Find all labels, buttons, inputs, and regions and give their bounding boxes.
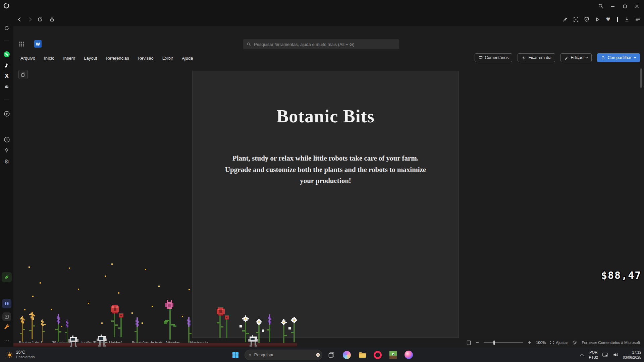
settings-gear-icon[interactable]: ⚙ <box>3 158 11 166</box>
window-maximize-button[interactable] <box>621 3 629 10</box>
word-search-box[interactable] <box>243 39 399 49</box>
menu-referencias[interactable]: Referências <box>106 56 129 61</box>
sun-icon <box>6 351 13 359</box>
editing-mode-button[interactable]: Edição <box>560 53 592 62</box>
menu-inserir[interactable]: Inserir <box>63 56 75 61</box>
colorful-sphere-app-icon[interactable] <box>402 349 415 361</box>
zoom-out-icon[interactable] <box>475 341 479 345</box>
opera-gx-icon[interactable] <box>371 349 384 361</box>
fit-page-label: Ajustar <box>556 341 568 345</box>
app-launcher-icon[interactable] <box>17 40 25 48</box>
pixel-game-icon[interactable] <box>387 349 399 361</box>
chevron-down-icon <box>634 57 636 59</box>
titlebar-search-icon[interactable] <box>597 3 604 10</box>
fit-page-icon <box>550 341 554 345</box>
catch-up-button[interactable]: Ficar em dia <box>518 53 555 62</box>
word-search-input[interactable] <box>254 42 396 47</box>
comments-button[interactable]: Comentários <box>475 53 513 62</box>
taskbar-search-input[interactable] <box>254 352 313 357</box>
history-clock-icon[interactable] <box>3 135 11 143</box>
screen: ♥ X <box>0 0 644 362</box>
menu-ajuda[interactable]: Ajuda <box>182 56 193 61</box>
shield-check-icon[interactable] <box>583 16 590 23</box>
menu-layout[interactable]: Layout <box>84 56 97 61</box>
fit-page-control[interactable]: Ajustar <box>550 341 568 345</box>
flow-play-icon[interactable] <box>594 16 601 23</box>
tray-date: 03/06/2025 <box>623 355 641 360</box>
window-close-button[interactable] <box>633 3 641 10</box>
search-icon <box>247 42 251 47</box>
leaf-app-icon[interactable] <box>2 272 12 282</box>
status-word-count[interactable]: 29 palavras <box>52 341 72 345</box>
reload-button[interactable] <box>36 16 44 23</box>
copy-icon <box>21 72 26 77</box>
robot-app-icon[interactable] <box>2 299 11 308</box>
back-button[interactable] <box>16 16 23 23</box>
status-page-count[interactable]: Página 1 de 1 <box>19 341 43 345</box>
share-button[interactable]: Compartilhar <box>597 53 640 62</box>
pencil-icon <box>564 56 569 60</box>
zoom-slider-thumb[interactable] <box>493 341 495 345</box>
taskbar-search-box[interactable] <box>245 350 322 360</box>
site-lock-icon[interactable] <box>48 16 56 23</box>
sidebar-divider <box>4 100 9 100</box>
window-minimize-button[interactable] <box>609 3 616 10</box>
discord-icon[interactable] <box>3 83 11 91</box>
heart-icon[interactable]: ♥ <box>604 16 612 23</box>
tray-chevron-up-icon[interactable] <box>579 353 585 357</box>
clipboard-button[interactable] <box>18 70 28 79</box>
zoom-slider[interactable] <box>484 342 523 343</box>
menu-arquivo[interactable]: Arquivo <box>20 56 35 61</box>
menu-inicio[interactable]: Início <box>44 56 54 61</box>
speaker-icon[interactable] <box>612 352 619 358</box>
menu-revisao[interactable]: Revisão <box>138 56 154 61</box>
zoom-level[interactable]: 100% <box>536 341 546 345</box>
keyboard-language-indicator[interactable]: POR PTB2 <box>589 350 598 360</box>
page-view-icon[interactable] <box>467 340 471 345</box>
tray-time: 17:12 <box>623 350 641 355</box>
weather-widget[interactable]: 26°C Ensolarado <box>6 347 35 362</box>
document-scrollbar[interactable] <box>640 68 642 88</box>
sync-icon[interactable] <box>3 24 11 32</box>
weather-temp: 26°C <box>16 350 35 355</box>
browser-sidebar: X ⚙ ⋯ <box>0 12 13 347</box>
wrench-icon[interactable] <box>3 322 11 330</box>
feedback-link[interactable]: Fornecer Comentários à Microsoft <box>582 341 640 345</box>
gx-corner-icon[interactable] <box>3 110 11 118</box>
word-logo-icon[interactable]: W <box>34 40 42 48</box>
clock-widget[interactable]: 17:12 03/06/2025 <box>623 350 641 360</box>
status-language[interactable]: Inglês (Estados Unidos) <box>81 341 122 345</box>
pinboard-kite-icon[interactable] <box>3 146 11 155</box>
weather-condition: Ensolarado <box>16 355 35 360</box>
document-title: Botanic Bits <box>193 106 459 127</box>
word-menubar: Arquivo Início Inserir Layout Referência… <box>20 54 193 62</box>
task-view-button[interactable] <box>325 349 338 361</box>
zoom-in-icon[interactable] <box>528 341 532 345</box>
whatsapp-icon[interactable] <box>3 50 11 58</box>
word-logo-letter: W <box>36 42 40 47</box>
file-explorer-icon[interactable] <box>356 349 369 361</box>
share-icon <box>601 55 605 60</box>
brightness-toggle-icon[interactable] <box>572 340 577 345</box>
menu-exibir[interactable]: Exibir <box>162 56 173 61</box>
lang-bottom: PTB2 <box>589 355 598 360</box>
document-page[interactable]: Botanic Bits Plant, study or relax while… <box>192 71 459 338</box>
search-highlight-bicycle-icon <box>316 351 320 359</box>
downloads-icon[interactable] <box>623 16 631 23</box>
cast-display-icon[interactable] <box>602 352 608 358</box>
start-button[interactable] <box>229 349 242 361</box>
x-twitter-icon[interactable]: X <box>3 72 11 80</box>
panels-menu-icon[interactable] <box>634 16 641 23</box>
browser-logo-icon[interactable] <box>3 2 10 9</box>
screenshot-tool-icon[interactable] <box>2 312 11 321</box>
sidebar-more-icon[interactable]: ⋯ <box>3 337 11 345</box>
status-text-predictions[interactable]: Previsões de texto: Ativadas <box>132 341 180 345</box>
copilot-icon[interactable] <box>340 349 353 361</box>
word-app: W Arquivo Início Inserir Layout Referênc… <box>13 26 644 347</box>
windows-logo-icon <box>231 351 239 359</box>
forward-button[interactable] <box>26 16 34 23</box>
pin-icon[interactable] <box>561 16 569 23</box>
snapshot-icon[interactable] <box>572 16 580 23</box>
word-statusbar: Página 1 de 1 29 palavras Inglês (Estado… <box>13 338 644 347</box>
tiktok-icon[interactable] <box>3 61 11 69</box>
